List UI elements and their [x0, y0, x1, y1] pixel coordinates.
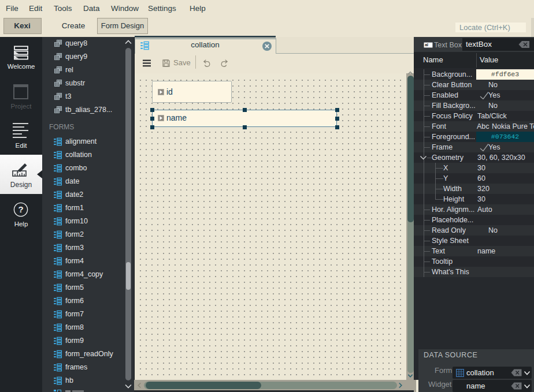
svg-text:al: al — [425, 43, 428, 47]
svg-text:?: ? — [18, 204, 23, 214]
